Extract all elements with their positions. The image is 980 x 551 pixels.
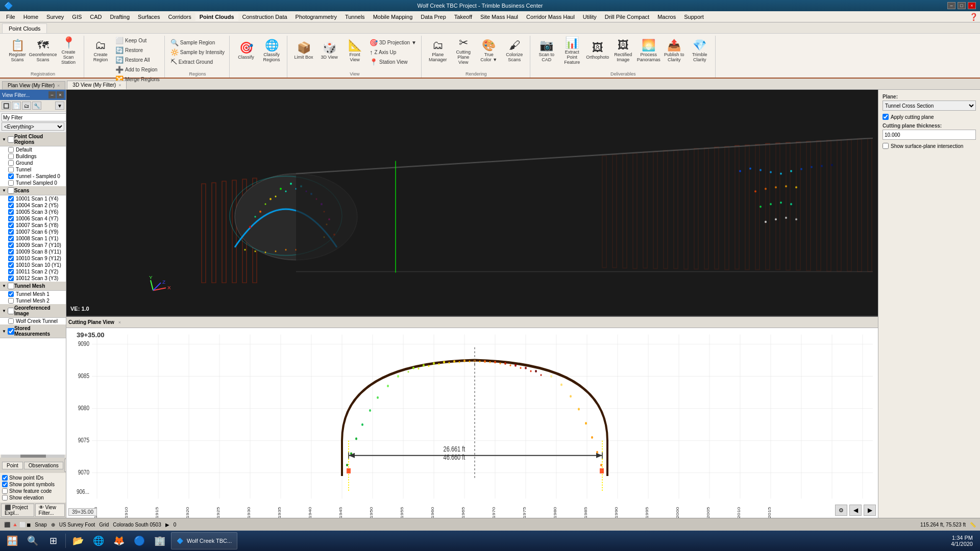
close-button[interactable]: × [968,2,976,9]
rectified-image-button[interactable]: 🖼 Rectified Image [611,36,635,66]
z-axis-up-button[interactable]: ↑Z Axis Up [368,47,418,57]
register-scans-button[interactable]: 📋 Register Scans [5,36,30,66]
view-filter-close[interactable]: × [57,91,64,98]
stored-measurements-header[interactable]: ▼ Stored Measurements [0,324,66,338]
region-tunnel-sampled[interactable]: Tunnel - Sampled 0 [0,173,66,180]
observations-tab[interactable]: Observations [24,462,63,469]
classify-regions-button[interactable]: 🌐 Classify Regions [259,36,284,66]
3d-view-close[interactable]: × [118,83,121,88]
scan-10004[interactable]: 10004 Scan 2 (Y5) [0,202,66,209]
search-button[interactable]: 🔍 [23,532,42,550]
tunnel-mesh-1[interactable]: Tunnel Mesh 1 [0,291,66,297]
station-view-button[interactable]: 📍Station View [368,57,418,66]
show-point-symbols-checkbox[interactable] [2,482,8,487]
extract-point-feature-button[interactable]: 📊 Extract Point Feature [560,36,584,66]
menu-tunnels[interactable]: Tunnels [341,13,369,21]
show-feature-code-checkbox[interactable] [2,488,8,494]
point-tab[interactable]: Point [2,462,23,469]
menu-cad[interactable]: CAD [86,13,106,21]
layer-btn-arrow[interactable]: ▼ [55,102,64,110]
menu-photogrammetry[interactable]: Photogrammetry [291,13,341,21]
cutting-plane-close[interactable]: × [118,320,121,325]
georef-check[interactable] [8,308,14,314]
file-explorer-button[interactable]: 📂 [69,532,87,550]
maximize-button[interactable]: □ [958,2,966,9]
menu-corridors[interactable]: Corridors [164,13,195,21]
3d-view-button[interactable]: 🎲 3D View [317,36,341,66]
region-default[interactable]: Default [0,146,66,153]
true-color-button[interactable]: 🎨 True Color ▼ [477,36,501,66]
publish-to-clarity-button[interactable]: 📤 Publish to Clarity [662,36,687,66]
prev-station-button[interactable]: ◀ [849,505,862,516]
scan-10011[interactable]: 10011 Scan 2 (Y2) [0,268,66,275]
plan-view-close[interactable]: × [57,83,60,88]
trimble-clarity-button[interactable]: 💎 Trimble Clarity [688,36,712,66]
start-button[interactable]: 🪟 [3,532,21,550]
show-point-ids-checkbox[interactable] [2,475,8,481]
menu-surfaces[interactable]: Surfaces [134,13,164,21]
georeference-scans-button[interactable]: 🗺 Georeference Scans [31,36,55,66]
scan-to-cad-button[interactable]: 📷 Scan to CAD [534,36,559,66]
classify-button[interactable]: 🎯 Classify [234,36,258,66]
scan-10009-7[interactable]: 10009 Scan 7 (Y10) [0,242,66,248]
plane-manager-button[interactable]: 🗂 Plane Manager [426,36,450,66]
menu-mobile-mapping[interactable]: Mobile Mapping [369,13,417,21]
firefox-button[interactable]: 🦊 [110,532,128,550]
process-panoramas-button[interactable]: 🌅 Process Panoramas [636,36,661,66]
minimize-button[interactable]: – [947,2,955,9]
sample-by-intensity-button[interactable]: 🔆Sample by Intensity [169,47,226,57]
scan-10007-6[interactable]: 10007 Scan 6 (Y9) [0,229,66,235]
menu-home[interactable]: Home [19,13,42,21]
next-station-button[interactable]: ▶ [864,505,876,516]
menu-file[interactable]: File [2,13,19,21]
menu-data-prep[interactable]: Data Prep [416,13,450,21]
layer-btn-2[interactable]: 📄 [12,102,21,110]
surface-intersection-checkbox[interactable] [883,143,889,149]
task-view-button[interactable]: ⊞ [44,532,62,550]
stored-measurements-check[interactable] [8,328,14,335]
create-scan-station-button[interactable]: 📍 Create Scan Station [56,36,81,66]
regions-section-header[interactable]: ▼ Point Cloud Regions [0,133,66,146]
wolf-creek-tunnel[interactable]: Wolf Creek Tunnel [0,318,66,324]
menu-construction-data[interactable]: Construction Data [238,13,291,21]
menu-support[interactable]: Support [680,13,708,21]
front-view-button[interactable]: 📐 Front View [342,36,367,66]
sample-region-button[interactable]: 🔍Sample Region [169,38,226,47]
menu-point-clouds[interactable]: Point Clouds [195,13,238,21]
filter-text-input[interactable] [2,113,66,121]
view-filter-tab[interactable]: 👁 View Filter... [35,504,65,517]
plan-view-tab[interactable]: Plan View (My Filter) × [2,81,65,89]
thickness-input[interactable] [883,130,976,140]
scan-10005[interactable]: 10005 Scan 3 (Y6) [0,209,66,215]
menu-site-mass-haul[interactable]: Site Mass Haul [476,13,522,21]
edge-button[interactable]: 🌐 [89,532,108,550]
regions-check[interactable] [8,136,14,143]
layer-btn-1[interactable]: 🔲 [2,102,11,110]
extract-ground-button[interactable]: ⛏Extract Ground [169,57,226,66]
filter-everything-dropdown[interactable]: <Everything> [2,122,64,131]
menu-gis[interactable]: GIS [68,13,86,21]
tunnel-mesh-2[interactable]: Tunnel Mesh 2 [0,297,66,304]
georef-section-header[interactable]: ▼ Georeferenced Image [0,304,66,318]
restore-all-button[interactable]: 🔄Restore All [114,55,161,64]
ribbon-tab-point-clouds[interactable]: Point Clouds [2,23,47,33]
scans-check[interactable] [8,187,14,194]
tunnel-mesh-check[interactable] [8,283,14,289]
project-explorer-tab[interactable]: ⬛ Project Expl... [1,504,34,517]
scan-10001[interactable]: 10001 Scan 1 (Y4) [0,195,66,202]
3d-view-panel[interactable]: X Y Z VE: 1.0 [66,90,878,317]
restore-button[interactable]: 🔄Restore [114,45,161,55]
trimble-app[interactable]: 🔷 Wolf Creek TBC... [171,532,237,549]
apply-cutting-checkbox[interactable] [883,114,889,120]
tunnel-mesh-section-header[interactable]: ▼ Tunnel Mesh [0,282,66,291]
3d-projection-button[interactable]: 🎯3D Projection ▼ [368,38,418,47]
scan-10007-5[interactable]: 10007 Scan 5 (Y8) [0,222,66,229]
menu-macros[interactable]: Macros [653,13,680,21]
colorize-scans-button[interactable]: 🖌 Colorize Scans [502,36,527,66]
limit-box-button[interactable]: 📦 Limit Box [291,36,316,66]
view-filter-pin[interactable]: – [48,91,56,98]
menu-drafting[interactable]: Drafting [106,13,134,21]
settings-button[interactable]: ⚙ [835,505,847,516]
region-tunnel[interactable]: Tunnel [0,166,66,173]
chrome-button[interactable]: 🔵 [130,532,149,550]
